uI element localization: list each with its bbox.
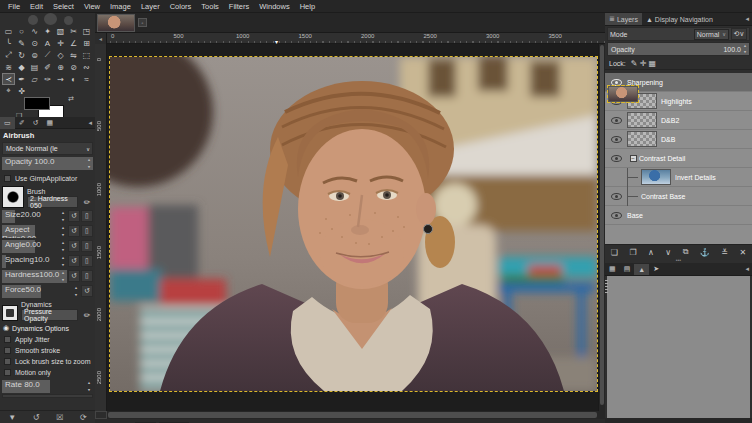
reset-hardness-button[interactable]: ↺ [68, 270, 80, 282]
hardness-slider[interactable]: Hardness100.0▴▾ [2, 270, 67, 283]
link-spacing-button[interactable]: ▯ [81, 255, 93, 267]
dynamics-preview-button[interactable] [2, 305, 18, 321]
dynamics-options-expander[interactable]: ◉ Dynamics Options [3, 324, 93, 332]
merge-layer-button[interactable]: ≚ [721, 248, 728, 257]
dynamics-name-field[interactable]: Pressure Opacity [21, 309, 78, 321]
crop-tool[interactable]: ⊞ [80, 37, 93, 49]
visibility-toggle[interactable] [605, 79, 627, 86]
airbrush-tool[interactable]: ≺ [2, 73, 15, 85]
error-console-tab[interactable]: ▲ [634, 264, 649, 275]
spinner-icon[interactable]: ▴▾ [86, 158, 92, 169]
reset-force-button[interactable]: ↺ [81, 285, 93, 297]
lock-pixels-icon[interactable]: ✎ [631, 59, 640, 68]
perspective-tool[interactable]: ◇ [54, 49, 67, 61]
undo-history-tab[interactable]: ↺ [29, 117, 43, 129]
link-hardness-button[interactable]: ▯ [81, 270, 93, 282]
paintbrush-tool[interactable]: ✒ [15, 73, 28, 85]
apply-jitter-checkbox[interactable]: Apply Jitter [2, 334, 93, 345]
layer-opacity-slider[interactable]: Opacity 100.0 ▴▾ [607, 42, 750, 56]
zoom-tool[interactable]: ⊙ [28, 37, 41, 49]
use-gimpapplicator-checkbox[interactable]: Use GimpApplicator [2, 173, 93, 184]
vertical-scrollbar[interactable] [598, 44, 605, 411]
warp-transform-tool[interactable]: ≋ [2, 61, 15, 73]
paint-mode-select[interactable]: Mode Normal (le ∨ [2, 142, 93, 155]
edit-brush-icon[interactable]: ✏ [81, 196, 93, 208]
mypaint-brush-tool[interactable]: ✐ [41, 61, 54, 73]
cage-transform-tool[interactable]: ⬚ [80, 49, 93, 61]
visibility-toggle[interactable] [605, 212, 627, 219]
menu-colors[interactable]: Colors [165, 2, 197, 11]
rectangle-select-tool[interactable]: ▭ [2, 25, 15, 37]
perspective-clone-tool[interactable]: ∾ [80, 61, 93, 73]
menu-tools[interactable]: Tools [196, 2, 224, 11]
menu-image[interactable]: Image [105, 2, 136, 11]
layer-row[interactable]: Base [605, 206, 752, 225]
opacity-slider[interactable]: Opacity 100.0 ▴▾ [2, 157, 93, 170]
size-slider[interactable]: Size20.00▴▾ [2, 210, 67, 223]
force-slider[interactable]: Force50.0▴▾ [2, 285, 80, 298]
menu-select[interactable]: Select [48, 2, 79, 11]
reset-size-button[interactable]: ↺ [68, 210, 80, 222]
restore-tool-preset-button[interactable]: ↺ [33, 413, 40, 422]
link-angle-button[interactable]: ▯ [81, 240, 93, 252]
shear-tool[interactable]: ⟋ [41, 49, 54, 61]
fuzzy-select-tool[interactable]: ✦ [41, 25, 54, 37]
spinner-icon[interactable]: ▴▾ [742, 44, 748, 54]
edit-dynamics-icon[interactable]: ✏ [81, 309, 93, 321]
menu-layer[interactable]: Layer [136, 2, 165, 11]
lock-brush-size-to-zoom-checkbox[interactable]: Lock brush size to zoom [2, 356, 93, 367]
eraser-tool[interactable]: ▱ [28, 73, 41, 85]
foreground-select-tool[interactable]: ◳ [80, 25, 93, 37]
brush-preview-button[interactable] [2, 186, 24, 208]
dodge-burn-tool[interactable]: ◐ [67, 73, 80, 85]
ellipse-select-tool[interactable]: ○ [15, 25, 28, 37]
layer-row[interactable]: D&B2 [605, 111, 752, 130]
pointer-tab[interactable]: ➤ [649, 263, 663, 275]
menu-filters[interactable]: Filters [224, 2, 254, 11]
spinner-icon[interactable]: ▴▾ [86, 381, 92, 392]
layer-mode-select[interactable]: Normal ∨ [694, 29, 729, 40]
raise-layer-button[interactable]: ∧ [648, 248, 654, 257]
panel-grip[interactable] [605, 280, 608, 294]
menu-edit[interactable]: Edit [25, 2, 48, 11]
menu-file[interactable]: File [3, 2, 25, 11]
ruler-corner-button[interactable]: ◂ [95, 33, 107, 44]
free-select-tool[interactable]: ∿ [28, 25, 41, 37]
swap-colors-icon[interactable]: ⇄ [68, 95, 74, 103]
text-tool[interactable]: A [41, 37, 54, 49]
layer-row[interactable]: Contrast Base [605, 187, 752, 206]
vertical-ruler[interactable]: 05001000150020002500 [95, 44, 107, 411]
horizontal-ruler[interactable]: 0500100015002000250030003500▾ [107, 33, 605, 44]
clipped-slider[interactable] [2, 394, 93, 398]
pencil-tool[interactable]: ✎ [15, 37, 28, 49]
motion-only-checkbox[interactable]: Motion only [2, 367, 93, 378]
smooth-stroke-checkbox[interactable]: Smooth stroke [2, 345, 93, 356]
tab-configure-button[interactable]: ◂ [85, 119, 95, 127]
images-tab[interactable]: ▦ [42, 117, 57, 129]
rate-slider[interactable]: Rate 80.0 ▴▾ [2, 380, 93, 393]
unified-transform-tool[interactable]: ⤢ [2, 49, 15, 61]
menu-help[interactable]: Help [295, 2, 320, 11]
visibility-toggle[interactable] [605, 193, 627, 200]
new-layer-group-button[interactable]: ❐ [629, 248, 636, 257]
reset-angle-button[interactable]: ↺ [68, 240, 80, 252]
photo-image[interactable] [110, 57, 597, 391]
lock-position-icon[interactable]: ✛ [640, 59, 649, 68]
spinner-icon[interactable]: ▴▾ [60, 226, 66, 237]
image-tab-thumbnail[interactable] [97, 14, 135, 32]
select-by-color-tool[interactable]: ▧ [54, 25, 67, 37]
collapse-group-icon[interactable]: − [630, 155, 637, 162]
delete-tool-preset-button[interactable]: ☒ [56, 413, 63, 422]
quick-mask-toggle[interactable] [95, 411, 107, 419]
reset-spacing-button[interactable]: ↺ [68, 255, 80, 267]
layers-tab[interactable]: ≣Layers [605, 13, 642, 25]
images-dock-tab[interactable]: ▦ [605, 263, 620, 275]
reset-aspect-ratio-button[interactable]: ↺ [68, 225, 80, 237]
anchor-layer-button[interactable]: ⚓ [700, 248, 710, 257]
angle-slider[interactable]: Angle0.00▴▾ [2, 240, 67, 253]
visibility-toggle[interactable] [605, 117, 627, 124]
reset-tool-options-button[interactable]: ⟳ [80, 413, 87, 422]
new-layer-button[interactable]: ❏ [611, 248, 618, 257]
save-tool-preset-button[interactable]: ▼ [8, 413, 16, 422]
blur-sharpen-tool[interactable]: ≈ [80, 73, 93, 85]
